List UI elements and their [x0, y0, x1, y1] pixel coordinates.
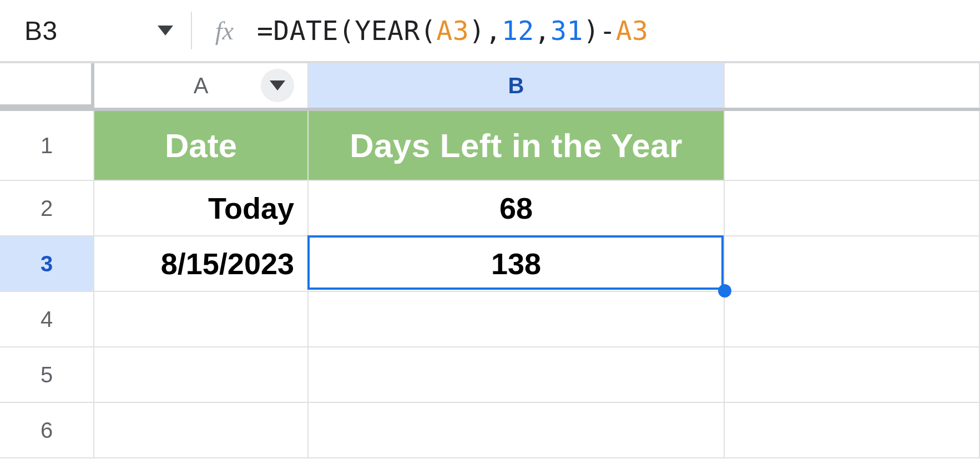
row-header-2[interactable]: 2	[0, 181, 94, 235]
row-header-6[interactable]: 6	[0, 403, 94, 457]
column-header-a[interactable]: A	[94, 63, 309, 108]
cell-A2[interactable]: Today	[94, 181, 309, 235]
cell-A6[interactable]	[94, 403, 309, 457]
name-box[interactable]: B3	[24, 16, 173, 46]
fx-icon: fx	[215, 16, 234, 46]
cell-value: Days Left in the Year	[350, 127, 683, 165]
select-all-corner[interactable]	[0, 63, 94, 108]
column-header-blank[interactable]	[725, 63, 980, 108]
chevron-down-icon	[270, 80, 285, 90]
name-box-dropdown-icon[interactable]	[158, 26, 173, 36]
row-number: 2	[41, 196, 53, 221]
cell-B1[interactable]: Days Left in the Year	[309, 111, 725, 180]
row-number: 1	[41, 133, 53, 158]
active-cell-ref: B3	[24, 16, 58, 46]
row-header-3[interactable]: 3	[0, 236, 94, 291]
cell-A3[interactable]: 8/15/2023	[94, 236, 309, 291]
cell-A1[interactable]: Date	[94, 111, 309, 180]
row-number: 4	[41, 307, 53, 332]
table-row: 2 Today 68	[0, 181, 980, 236]
row-header-1[interactable]: 1	[0, 111, 94, 180]
column-header-row: A B	[0, 63, 980, 111]
cell-B2[interactable]: 68	[309, 181, 725, 235]
cell-A5[interactable]	[94, 347, 309, 402]
cell-value: Date	[165, 127, 237, 165]
row-header-5[interactable]: 5	[0, 347, 94, 402]
table-row: 1 Date Days Left in the Year	[0, 111, 980, 181]
column-label: A	[194, 73, 209, 98]
cell-blank[interactable]	[725, 347, 980, 402]
divider	[191, 12, 192, 49]
row-number: 6	[41, 418, 53, 443]
row-number: 3	[41, 251, 53, 276]
table-row: 6	[0, 403, 980, 458]
cell-B4[interactable]	[309, 292, 725, 346]
fill-handle[interactable]	[718, 284, 731, 297]
cell-blank[interactable]	[725, 181, 980, 235]
cell-value: 138	[491, 246, 541, 281]
cell-A4[interactable]	[94, 292, 309, 346]
row-number: 5	[41, 362, 53, 387]
cell-value: 8/15/2023	[161, 246, 294, 281]
column-menu-button[interactable]	[261, 69, 294, 102]
cell-B6[interactable]	[309, 403, 725, 457]
table-row: 3 8/15/2023 138	[0, 236, 980, 292]
row-header-4[interactable]: 4	[0, 292, 94, 346]
formula-input[interactable]: =DATE(YEAR(A3),12,31)-A3	[257, 15, 649, 46]
cell-B5[interactable]	[309, 347, 725, 402]
cell-blank[interactable]	[725, 111, 980, 180]
cell-blank[interactable]	[725, 292, 980, 346]
cell-blank[interactable]	[725, 236, 980, 291]
cell-value: Today	[208, 191, 294, 225]
column-header-b[interactable]: B	[309, 63, 725, 108]
spreadsheet-grid: A B 1 Date Days Left in the Year 2 Today…	[0, 63, 980, 458]
column-label: B	[508, 73, 524, 98]
cell-B3[interactable]: 138	[309, 236, 725, 291]
table-row: 4	[0, 292, 980, 347]
cell-value: 68	[499, 191, 533, 225]
table-row: 5	[0, 347, 980, 403]
cell-blank[interactable]	[725, 403, 980, 457]
formula-bar: B3 fx =DATE(YEAR(A3),12,31)-A3	[0, 0, 980, 61]
